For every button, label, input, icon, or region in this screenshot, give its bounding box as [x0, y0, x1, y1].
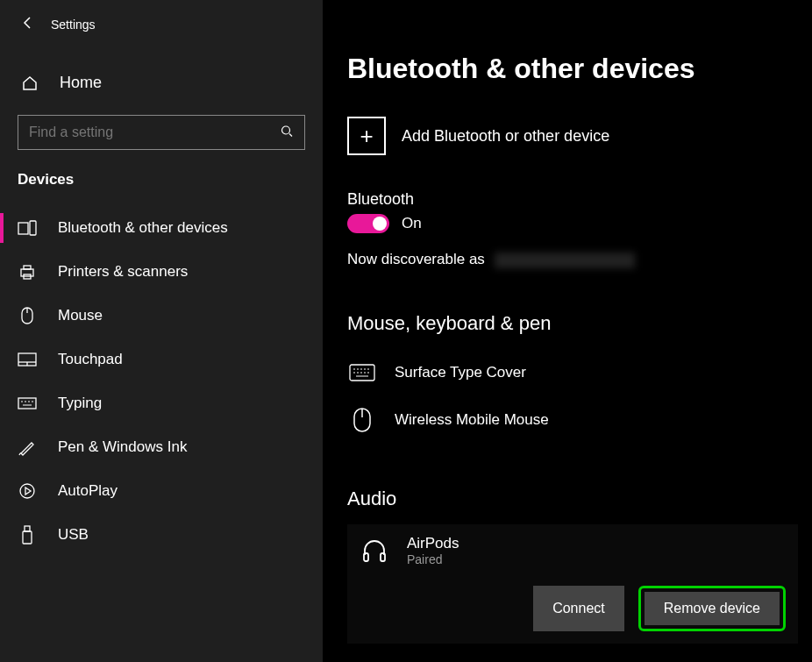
home-label: Home — [60, 74, 102, 92]
sidebar-item-typing[interactable]: Typing — [0, 381, 323, 425]
usb-icon — [18, 525, 37, 545]
sidebar-item-autoplay[interactable]: AutoPlay — [0, 469, 323, 513]
sidebar-item-label: USB — [58, 526, 89, 544]
svg-rect-1 — [18, 223, 28, 234]
bluetooth-label: Bluetooth — [347, 190, 812, 209]
plus-icon: + — [347, 117, 386, 155]
search-container — [18, 115, 305, 150]
audio-device-name: AirPods — [407, 535, 459, 552]
audio-device-card[interactable]: AirPods Paired Connect Remove device — [347, 524, 798, 644]
headphones-icon — [360, 536, 389, 566]
app-title: Settings — [51, 18, 96, 32]
nav-list: Bluetooth & other devices Printers & sca… — [0, 206, 323, 557]
audio-device-status: Paired — [407, 552, 459, 566]
printer-icon — [18, 262, 37, 281]
svg-rect-18 — [25, 526, 30, 531]
autoplay-icon — [18, 481, 37, 501]
pen-icon — [18, 438, 37, 457]
input-group-title: Mouse, keyboard & pen — [347, 312, 812, 335]
mouse-device-icon — [347, 405, 377, 435]
sidebar-item-touchpad[interactable]: Touchpad — [0, 338, 323, 381]
sidebar-item-label: Mouse — [58, 307, 103, 324]
discoverable-name-redacted — [495, 253, 635, 268]
device-name: Surface Type Cover — [395, 364, 526, 381]
category-header: Devices — [0, 150, 323, 197]
main-content: Bluetooth & other devices + Add Bluetoot… — [323, 0, 812, 662]
device-name: Wireless Mobile Mouse — [395, 411, 549, 429]
svg-rect-34 — [364, 553, 368, 561]
device-row-keyboard[interactable]: Surface Type Cover — [347, 349, 812, 396]
svg-rect-3 — [21, 269, 33, 276]
discoverable-text: Now discoverable as — [347, 251, 812, 268]
audio-device-row: AirPods Paired — [360, 535, 786, 566]
sidebar-item-label: AutoPlay — [58, 482, 118, 500]
sidebar-item-label: Touchpad — [58, 351, 123, 368]
back-arrow-icon[interactable] — [21, 16, 35, 33]
sidebar-item-usb[interactable]: USB — [0, 513, 323, 557]
audio-actions: Connect Remove device — [360, 586, 786, 631]
svg-rect-2 — [30, 221, 36, 235]
sidebar-item-label: Printers & scanners — [58, 263, 188, 281]
toggle-knob — [373, 217, 387, 231]
audio-device-info: AirPods Paired — [407, 535, 459, 566]
add-device-label: Add Bluetooth or other device — [402, 127, 609, 146]
home-button[interactable]: Home — [0, 63, 323, 103]
home-icon — [21, 75, 39, 92]
remove-highlight: Remove device — [638, 586, 786, 631]
settings-sidebar: Settings Home Devices Bluetooth & other … — [0, 0, 323, 662]
mouse-icon — [18, 306, 37, 325]
sidebar-item-label: Pen & Windows Ink — [58, 438, 187, 456]
discoverable-prefix: Now discoverable as — [347, 251, 485, 267]
search-input[interactable] — [18, 115, 305, 150]
sidebar-item-printers[interactable]: Printers & scanners — [0, 250, 323, 294]
sidebar-item-label: Typing — [58, 395, 102, 412]
connect-button[interactable]: Connect — [533, 586, 624, 631]
touchpad-icon — [18, 350, 37, 369]
svg-rect-4 — [24, 266, 31, 269]
keyboard-icon — [18, 394, 37, 413]
sidebar-item-label: Bluetooth & other devices — [58, 219, 228, 237]
sidebar-item-mouse[interactable]: Mouse — [0, 294, 323, 338]
bluetooth-toggle-row: On — [347, 214, 812, 233]
page-title: Bluetooth & other devices — [347, 53, 812, 85]
sidebar-item-bluetooth[interactable]: Bluetooth & other devices — [0, 206, 323, 250]
svg-point-17 — [20, 484, 34, 498]
devices-icon — [18, 218, 37, 238]
keyboard-device-icon — [347, 358, 377, 388]
add-device-button[interactable]: + Add Bluetooth or other device — [347, 117, 812, 155]
remove-device-button[interactable]: Remove device — [645, 592, 780, 625]
bluetooth-state: On — [402, 215, 422, 232]
audio-group-title: Audio — [347, 488, 812, 510]
sidebar-item-pen[interactable]: Pen & Windows Ink — [0, 425, 323, 469]
bluetooth-toggle[interactable] — [347, 214, 389, 233]
svg-rect-35 — [381, 553, 385, 561]
device-row-mouse[interactable]: Wireless Mobile Mouse — [347, 396, 812, 444]
sidebar-header: Settings — [0, 7, 323, 39]
svg-rect-11 — [18, 398, 36, 409]
svg-rect-19 — [23, 531, 32, 544]
